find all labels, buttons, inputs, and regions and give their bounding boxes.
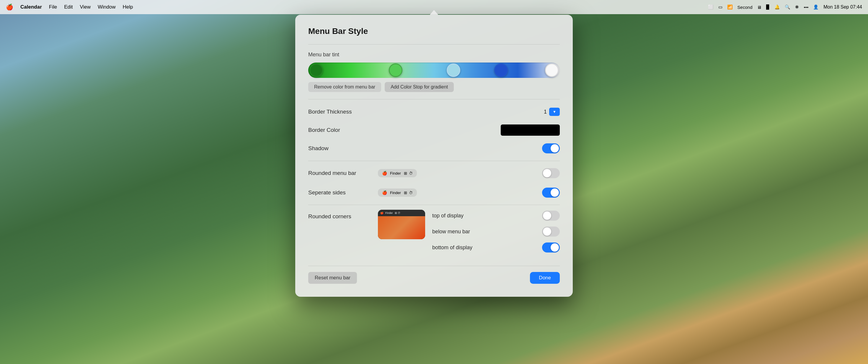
rounded-menu-bar-row: Rounded menu bar 🍎 Finder ⊞ ⏱ (308, 166, 560, 180)
reset-menu-bar-button[interactable]: Reset menu bar (308, 272, 357, 284)
menu-bar-right: ⬜ ▭ 📶 Second 🖥 ▉ 🔔 🔍 ❋ ••• 👤 Mon 18 Sep … (708, 4, 862, 10)
color-stop-5[interactable] (545, 63, 559, 77)
top-of-display-label: top of display (432, 213, 542, 219)
display-icon: 🖥 (757, 5, 762, 10)
preview-grid-icon: ⊞ (404, 171, 407, 175)
gradient-bar[interactable] (308, 63, 560, 78)
border-color-row: Border Color (308, 124, 560, 137)
menu-help[interactable]: Help (123, 4, 133, 10)
color-stop-3[interactable] (447, 63, 460, 77)
menu-view[interactable]: View (80, 4, 91, 10)
rounded-corners-section: Rounded corners 🍎 Finder ⊞ ⏱ top of disp… (308, 205, 560, 258)
separate-sides-label: Seperate sides (308, 189, 373, 196)
gradient-bar-container (308, 63, 560, 78)
border-color-label: Border Color (308, 127, 373, 133)
bottom-of-display-row: bottom of display (432, 241, 560, 253)
separate-sides-toggle[interactable] (542, 188, 560, 198)
border-shadow-section: Border Thickness 1 ▼ Border Color Shadow (308, 99, 560, 161)
dropbox-icon: ❋ (795, 4, 799, 10)
separate-sides-row: Seperate sides 🍎 Finder ⊞ ⏱ (308, 185, 560, 200)
more-icon: ••• (804, 5, 808, 10)
thickness-value: 1 (544, 109, 547, 115)
preview-finder-text-2: Finder (390, 191, 401, 195)
preview-clock-icon: ⏱ (409, 171, 413, 175)
rounded-menu-bar-toggle-knob (543, 169, 551, 177)
datetime-display: Mon 18 Sep 07:44 (824, 4, 862, 10)
color-stop-1[interactable] (309, 63, 323, 77)
bottom-of-display-toggle[interactable] (542, 242, 560, 253)
menu-window[interactable]: Window (98, 4, 116, 10)
tint-section: Menu bar tint Remove color from menu bar… (308, 44, 560, 99)
tint-label: Menu bar tint (308, 52, 560, 58)
corners-preview-screen (378, 216, 425, 239)
preview-apple-icon-2: 🍎 (382, 190, 387, 195)
chevron-down-icon: ▼ (553, 110, 556, 114)
separate-sides-preview: 🍎 Finder ⊞ ⏱ (378, 189, 417, 197)
preview-grid-icon-2: ⊞ (404, 191, 407, 195)
rounded-menu-bar-preview: 🍎 Finder ⊞ ⏱ (378, 169, 417, 177)
search-icon[interactable]: 🔍 (785, 4, 790, 10)
preview-finder-text: Finder (390, 171, 401, 175)
app-name[interactable]: Calendar (20, 4, 42, 10)
top-of-display-toggle[interactable] (542, 210, 560, 221)
below-menu-bar-toggle-knob (543, 227, 551, 236)
notification-icon: 🔔 (774, 4, 780, 10)
second-label: Second (738, 5, 752, 10)
user-icon: 👤 (813, 4, 819, 10)
add-color-stop-button[interactable]: Add Color Stop for gradient (385, 82, 454, 92)
tint-buttons: Remove color from menu bar Add Color Sto… (308, 82, 560, 92)
color-stop-4[interactable] (494, 63, 508, 77)
battery-icon: ▭ (718, 4, 722, 10)
wifi-icon: 📶 (727, 4, 733, 10)
remove-color-button[interactable]: Remove color from menu bar (308, 82, 381, 92)
preview-clock-icon-2: ⏱ (409, 191, 413, 195)
menu-bar-style-dialog: Menu Bar Style Menu bar tint Remove colo… (295, 15, 573, 297)
rounded-corners-label: Rounded corners (308, 210, 373, 220)
dialog-title: Menu Bar Style (308, 27, 560, 36)
corners-preview-menubar: 🍎 Finder ⊞ ⏱ (378, 210, 425, 216)
thickness-dropdown[interactable]: 1 ▼ (544, 108, 560, 116)
apple-logo-icon[interactable]: 🍎 (6, 4, 13, 11)
bottom-of-display-toggle-knob (551, 243, 559, 252)
bottom-of-display-label: bottom of display (432, 244, 542, 251)
preview-icons-2: ⊞ ⏱ (404, 191, 413, 195)
rounded-menu-bar-toggle[interactable] (542, 168, 560, 178)
shadow-toggle-knob (551, 144, 559, 153)
thickness-dropdown-button[interactable]: ▼ (549, 108, 560, 116)
shadow-row: Shadow (308, 142, 560, 155)
menu-file[interactable]: File (49, 4, 57, 10)
done-button[interactable]: Done (530, 272, 560, 284)
below-menu-bar-row: below menu bar (432, 226, 560, 237)
border-thickness-label: Border Thickness (308, 108, 373, 115)
menu-edit[interactable]: Edit (64, 4, 73, 10)
corners-apple-icon: 🍎 (380, 211, 383, 214)
color-stop-2[interactable] (389, 63, 402, 77)
corners-toggles: top of display below menu bar bottom of … (432, 210, 560, 258)
preview-apple-icon: 🍎 (382, 171, 387, 175)
shadow-toggle[interactable] (542, 143, 560, 154)
preview-icons: ⊞ ⏱ (404, 171, 413, 175)
rounded-menu-bar-label: Rounded menu bar (308, 170, 373, 176)
screen-record-icon: ⬜ (708, 4, 714, 10)
top-of-display-toggle-knob (543, 211, 551, 220)
menu-bar-left: 🍎 Calendar File Edit View Window Help (6, 4, 133, 11)
corners-icons: ⊞ ⏱ (395, 211, 401, 214)
border-thickness-row: Border Thickness 1 ▼ (308, 105, 560, 118)
top-of-display-row: top of display (432, 210, 560, 222)
below-menu-bar-toggle[interactable] (542, 227, 560, 237)
border-color-swatch[interactable] (501, 125, 560, 136)
below-menu-bar-label: below menu bar (432, 229, 542, 235)
corners-finder-text: Finder (385, 211, 393, 214)
separate-sides-toggle-knob (551, 189, 559, 197)
rounded-section: Rounded menu bar 🍎 Finder ⊞ ⏱ Seperate s… (308, 161, 560, 205)
battery-level-icon: ▉ (766, 4, 770, 10)
corners-preview: 🍎 Finder ⊞ ⏱ (378, 210, 425, 239)
dialog-footer: Reset menu bar Done (308, 266, 560, 284)
shadow-label: Shadow (308, 145, 373, 152)
